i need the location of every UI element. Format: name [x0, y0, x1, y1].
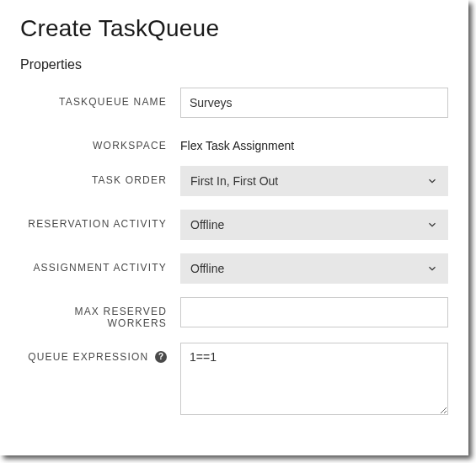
reservation-activity-select[interactable]: Offline — [180, 210, 448, 240]
create-taskqueue-panel: Create TaskQueue Properties TaskQueue Na… — [0, 0, 468, 455]
reservation-activity-selected: Offline — [190, 218, 224, 232]
assignment-activity-selected: Offline — [190, 262, 224, 275]
label-max-reserved-workers: Max Reserved Workers — [20, 297, 167, 329]
properties-form: TaskQueue Name Workspace Flex Task Assig… — [20, 88, 448, 418]
assignment-activity-select[interactable]: Offline — [180, 253, 448, 284]
row-taskqueue-name: TaskQueue Name — [20, 88, 448, 118]
task-order-selected: First In, First Out — [190, 174, 278, 188]
row-task-order: Task Order First In, First Out — [20, 166, 448, 196]
chevron-down-icon — [426, 263, 438, 274]
row-queue-expression: Queue Expression ? — [20, 343, 448, 418]
label-reservation-activity: Reservation Activity — [20, 210, 167, 230]
page-title: Create TaskQueue — [20, 15, 448, 42]
label-workspace: Workspace — [20, 131, 167, 152]
row-assignment-activity: Assignment Activity Offline — [20, 253, 448, 284]
chevron-down-icon — [426, 175, 438, 187]
taskqueue-name-input[interactable] — [180, 88, 448, 118]
row-workspace: Workspace Flex Task Assignment — [20, 131, 448, 152]
label-queue-expression-text: Queue Expression — [28, 351, 148, 363]
row-max-reserved-workers: Max Reserved Workers — [20, 297, 448, 329]
section-heading: Properties — [20, 57, 448, 72]
help-icon[interactable]: ? — [155, 351, 167, 363]
row-reservation-activity: Reservation Activity Offline — [20, 210, 448, 240]
label-assignment-activity: Assignment Activity — [20, 253, 167, 274]
workspace-value: Flex Task Assignment — [180, 131, 448, 152]
label-task-order: Task Order — [20, 166, 167, 186]
label-queue-expression: Queue Expression ? — [20, 343, 167, 364]
label-taskqueue-name: TaskQueue Name — [20, 88, 167, 108]
max-reserved-workers-input[interactable] — [180, 297, 448, 327]
task-order-select[interactable]: First In, First Out — [180, 166, 448, 196]
queue-expression-textarea[interactable] — [180, 343, 448, 415]
chevron-down-icon — [426, 219, 438, 231]
